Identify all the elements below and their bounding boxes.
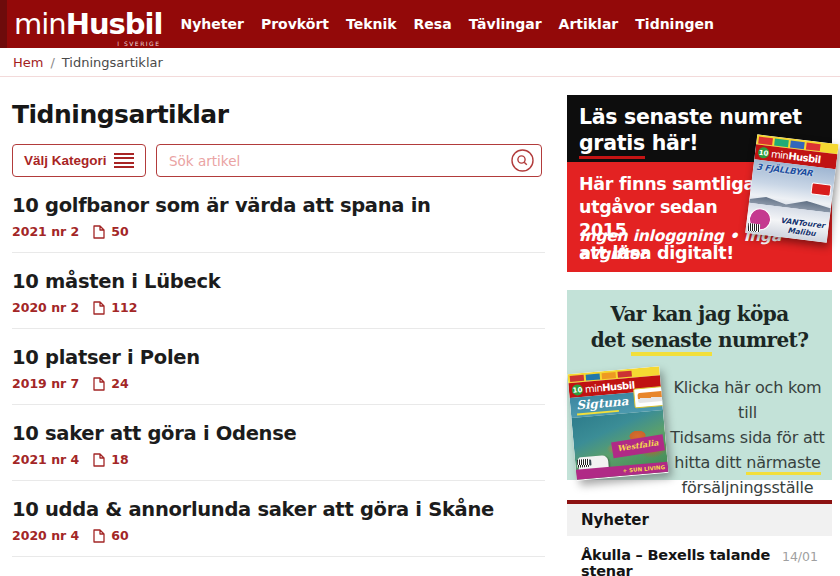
ad-buy-underlined-word: senaste: [631, 328, 712, 356]
cover-badge: 10: [571, 384, 583, 396]
nav-item-resa[interactable]: Resa: [414, 16, 452, 32]
article-meta: 2020 nr 2 112: [12, 300, 545, 315]
breadcrumb-separator: /: [50, 55, 54, 70]
breadcrumb-current: Tidningsartiklar: [62, 55, 163, 70]
ad-heading-underlined-word: gratis: [579, 131, 645, 159]
filter-row: Välj Kategori: [12, 144, 545, 177]
logo-text-min: min: [14, 7, 66, 41]
article-meta: 2019 nr 7 24: [12, 376, 545, 391]
barcode: [748, 223, 761, 232]
nav-item-tidningen[interactable]: Tidningen: [635, 16, 714, 32]
page-icon: [93, 225, 105, 239]
article-page-number: 18: [111, 452, 128, 467]
article-list: 10 golfbanor som är värda att spana in 2…: [12, 177, 545, 557]
news-widget-heading: Nyheter: [567, 504, 832, 536]
barcode: [577, 459, 590, 468]
category-dropdown-button[interactable]: Välj Kategori: [12, 144, 146, 177]
article-search: [156, 144, 542, 177]
ad-buy-body-text: Klicka här och kom till Tidsams sida för…: [667, 375, 828, 500]
digital-issues-ad-banner[interactable]: Läs senaste numret gratis här! Här finns…: [567, 95, 832, 272]
article-title-link[interactable]: 10 platser i Polen: [12, 346, 512, 369]
news-item-date: 14/01: [782, 547, 818, 564]
page-icon: [93, 529, 105, 543]
article-page-number: 50: [111, 224, 128, 239]
article-issue: 2019 nr 7: [12, 376, 79, 391]
article-row: 10 platser i Polen 2019 nr 7 24: [12, 329, 545, 405]
news-item-title: Åkulla – Bexells talande stenar: [581, 547, 782, 576]
article-title-link[interactable]: 10 måsten i Lübeck: [12, 270, 512, 293]
page-icon: [93, 453, 105, 467]
news-widget: Nyheter Åkulla – Bexells talande stenar …: [567, 500, 832, 576]
hamburger-icon: [114, 153, 134, 169]
nav-item-provkort[interactable]: Provkört: [261, 16, 329, 32]
article-issue: 2021 nr 2: [12, 224, 79, 239]
article-issue: 2020 nr 4: [12, 528, 79, 543]
logo-text-husbil: Husbil: [66, 7, 163, 41]
top-navigation-bar: minHusbil I SVERIGE Nyheter Provkört Tek…: [0, 0, 840, 48]
cover-photo: Westfalia + SUN LIVING: [571, 410, 668, 480]
article-row: 10 udda & annorlunda saker att göra i Sk…: [12, 481, 545, 557]
cover-badge: 10: [758, 147, 770, 159]
nav-item-teknik[interactable]: Teknik: [346, 16, 397, 32]
cover-brand-text: Westfalia: [611, 434, 665, 458]
nav-item-nyheter[interactable]: Nyheter: [181, 16, 244, 32]
article-page-number: 60: [111, 528, 128, 543]
ad-buy-highlight-word: närmaste: [746, 453, 821, 475]
magazine-cover-winter: 10 minHusbil 3 FJÄLLBYAR VANTourer Malib…: [745, 134, 838, 242]
search-input[interactable]: [156, 144, 542, 177]
sidebar: Läs senaste numret gratis här! Här finns…: [567, 95, 832, 576]
nav-item-artiklar[interactable]: Artiklar: [559, 16, 619, 32]
site-logo[interactable]: minHusbil I SVERIGE: [14, 10, 163, 39]
article-row: 10 måsten i Lübeck 2020 nr 2 112: [12, 253, 545, 329]
cover-red-box: [810, 182, 831, 196]
article-meta: 2021 nr 2 50: [12, 224, 545, 239]
nav-item-tavlingar[interactable]: Tävlingar: [469, 16, 542, 32]
article-meta: 2020 nr 4 60: [12, 528, 545, 543]
cover-model-text: VANTourer Malibu: [779, 216, 825, 239]
article-title-link[interactable]: 10 udda & annorlunda saker att göra i Sk…: [12, 498, 512, 521]
news-item[interactable]: Åkulla – Bexells talande stenar 14/01: [567, 536, 832, 576]
article-title-link[interactable]: 10 saker att göra i Odense: [12, 422, 512, 445]
article-page-number: 24: [111, 376, 128, 391]
ad-heading-rest: här!: [645, 131, 699, 155]
logo-subtitle: I SVERIGE: [117, 41, 160, 47]
breadcrumb-home-link[interactable]: Hem: [13, 55, 43, 70]
article-page-number: 112: [111, 300, 137, 315]
category-dropdown-label: Välj Kategori: [24, 153, 107, 168]
breadcrumb: Hem / Tidningsartiklar: [0, 48, 840, 77]
article-issue: 2020 nr 2: [12, 300, 79, 315]
main-content: Tidningsartiklar Välj Kategori 10 golfba…: [12, 78, 545, 557]
header-edge-stripe: [0, 0, 7, 48]
where-to-buy-ad-banner[interactable]: Var kan jag köpa det senaste numret? Kli…: [567, 290, 832, 480]
page-icon: [93, 301, 105, 315]
article-meta: 2021 nr 4 18: [12, 452, 545, 467]
page-title: Tidningsartiklar: [12, 100, 545, 129]
page-icon: [93, 377, 105, 391]
article-row: 10 saker att göra i Odense 2021 nr 4 18: [12, 405, 545, 481]
cover-photo: 3 FJÄLLBYAR VANTourer Malibu: [745, 159, 835, 242]
article-title-link[interactable]: 10 golfbanor som är värda att spana in: [12, 194, 512, 217]
van-sticker: [633, 386, 668, 409]
ad-buy-heading: Var kan jag köpa det senaste numret?: [567, 290, 832, 353]
magazine-cover-sigtuna: 10 minHusbil Sigtuna Westfalia + SUN LIV…: [568, 366, 669, 481]
search-icon[interactable]: [511, 149, 534, 172]
article-issue: 2021 nr 4: [12, 452, 79, 467]
ad-heading-line1: Läs senaste numret: [579, 105, 802, 129]
main-nav: Nyheter Provkört Teknik Resa Tävlingar A…: [181, 16, 714, 32]
article-row: 10 golfbanor som är värda att spana in 2…: [12, 177, 545, 253]
